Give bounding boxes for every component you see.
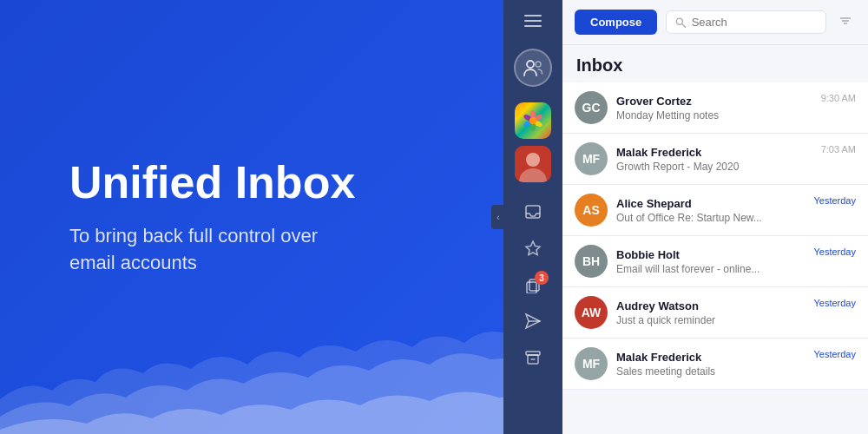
hero-title: Unified Inbox: [69, 158, 538, 207]
avatar: AW: [575, 296, 608, 329]
svg-point-9: [529, 117, 536, 124]
inbox-heading: Inbox: [562, 45, 868, 82]
email-sender: Grover Cortez: [616, 95, 812, 108]
email-subject: Just a quick reminder: [616, 314, 805, 326]
cloud-decoration: [0, 295, 538, 434]
email-subject: Sales meeting details: [616, 365, 805, 378]
email-panel: Compose Inbox GC: [562, 0, 868, 434]
account-icon[interactable]: [514, 49, 552, 87]
sidebar-item-sent[interactable]: [514, 304, 552, 339]
search-input[interactable]: [692, 16, 817, 29]
email-sender: Alice Shepard: [616, 197, 805, 210]
email-time: Yesterday: [813, 298, 856, 308]
avatar: GC: [575, 91, 608, 124]
avatar: MF: [575, 347, 608, 380]
email-sender: Malak Frederick: [616, 351, 805, 364]
search-bar: [666, 10, 826, 34]
svg-point-0: [527, 61, 534, 68]
app-mockup: ‹: [503, 0, 868, 434]
archive-icon: [524, 349, 542, 366]
email-time: Yesterday: [813, 349, 856, 359]
hero-section: Unified Inbox To bring back full control…: [0, 0, 538, 434]
email-time: 9:30 AM: [821, 93, 856, 103]
email-sender: Malak Frederick: [616, 146, 812, 159]
email-content: Audrey Watson Just a quick reminder: [616, 299, 805, 326]
sidebar: ‹: [503, 0, 562, 434]
hamburger-menu[interactable]: [503, 0, 562, 42]
email-content: Malak Frederick Growth Report - May 2020: [616, 146, 812, 173]
svg-rect-15: [527, 282, 536, 293]
email-item[interactable]: GC Grover Cortez Monday Metting notes 9:…: [562, 82, 868, 134]
email-time: Yesterday: [813, 195, 856, 206]
avatar: BH: [575, 245, 608, 278]
hero-subtitle: To bring back full control overemail acc…: [69, 223, 538, 277]
email-content: Malak Frederick Sales meeting details: [616, 351, 805, 378]
email-item[interactable]: BH Bobbie Holt Email will last forever -…: [562, 236, 868, 287]
email-subject: Email will last forever - online...: [616, 263, 805, 275]
people-icon: [522, 56, 544, 79]
email-time: Yesterday: [813, 247, 856, 257]
email-content: Bobbie Holt Email will last forever - on…: [616, 248, 805, 275]
compose-button[interactable]: Compose: [575, 10, 657, 35]
email-list: GC Grover Cortez Monday Metting notes 9:…: [562, 82, 868, 434]
filter-button[interactable]: [835, 10, 856, 35]
email-sender: Bobbie Holt: [616, 248, 805, 261]
filter-icon: [838, 14, 852, 28]
svg-point-1: [536, 62, 541, 67]
email-sender: Audrey Watson: [616, 299, 805, 312]
search-icon: [675, 16, 686, 29]
email-item[interactable]: MF Malak Frederick Growth Report - May 2…: [562, 134, 868, 185]
avatar: AS: [575, 194, 608, 227]
email-item[interactable]: AW Audrey Watson Just a quick reminder Y…: [562, 287, 868, 339]
svg-line-22: [682, 23, 686, 27]
avatar: MF: [575, 142, 608, 175]
email-subject: Growth Report - May 2020: [616, 161, 812, 173]
email-subject: Out of Office Re: Startup New...: [616, 212, 805, 224]
hamburger-icon: [524, 15, 542, 27]
photos-app-icon[interactable]: [515, 102, 551, 139]
send-icon: [524, 312, 542, 330]
email-topbar: Compose: [562, 0, 868, 45]
email-item[interactable]: MF Malak Frederick Sales meeting details…: [562, 339, 868, 390]
email-content: Grover Cortez Monday Metting notes: [616, 95, 812, 122]
email-subject: Monday Metting notes: [616, 109, 812, 122]
photos-icon: [522, 109, 544, 132]
sidebar-item-archive[interactable]: [514, 340, 552, 375]
email-content: Alice Shepard Out of Office Re: Startup …: [616, 197, 805, 224]
email-time: 7:03 AM: [821, 144, 856, 155]
email-item[interactable]: AS Alice Shepard Out of Office Re: Start…: [562, 185, 868, 236]
